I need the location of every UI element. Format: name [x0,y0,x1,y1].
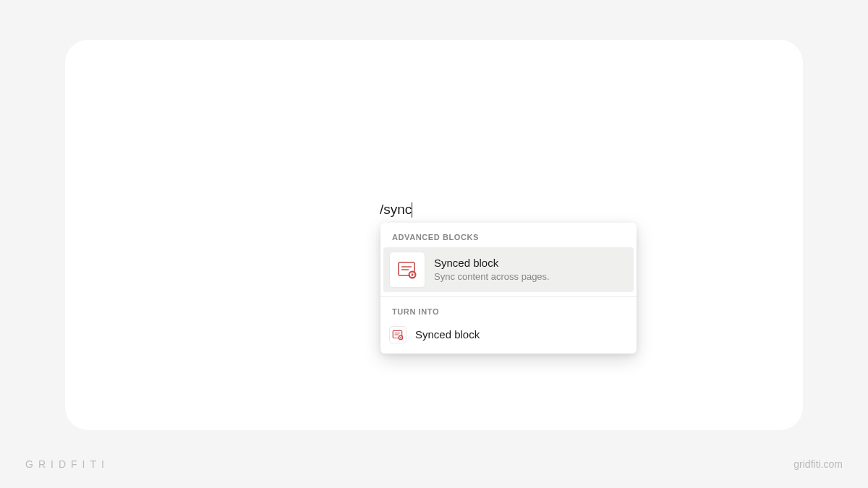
svg-point-3 [409,271,417,279]
svg-point-7 [399,335,404,341]
turn-into-item-title: Synced block [415,328,480,342]
section-header-advanced-blocks: ADVANCED BLOCKS [380,223,637,247]
brand-watermark: GRIDFITI [25,458,109,470]
text-cursor [412,202,412,218]
editor-canvas: /sync ADVANCED BLOCKS Synced block Sync … [65,40,803,430]
slash-command-text: /sync [380,202,412,218]
turn-into-synced-block[interactable]: Synced block [383,322,634,348]
synced-block-icon-small [389,326,407,343]
slash-command-dropdown: ADVANCED BLOCKS Synced block Sync conten… [380,223,637,354]
menu-item-subtitle: Sync content across pages. [434,270,550,283]
brand-url: gridfiti.com [793,458,843,470]
menu-item-text: Synced block Sync content across pages. [434,256,550,283]
menu-item-synced-block[interactable]: Synced block Sync content across pages. [383,247,634,292]
section-header-turn-into: TURN INTO [380,297,637,322]
slash-command-input[interactable]: /sync [380,202,412,218]
synced-block-icon [389,252,425,288]
menu-item-title: Synced block [434,256,550,270]
